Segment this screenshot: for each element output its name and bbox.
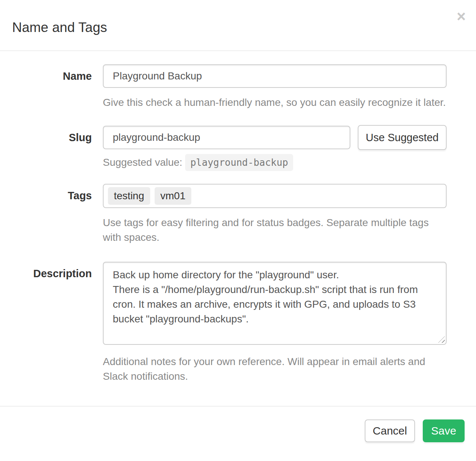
slug-label: Slug	[0, 126, 92, 168]
name-help-text: Give this check a human-friendly name, s…	[103, 95, 447, 110]
description-help-text: Additional notes for your own reference.…	[103, 354, 447, 384]
tags-form-row: Tags testing vm01 Use tags for easy filt…	[0, 184, 476, 245]
description-label: Description	[0, 262, 92, 384]
dialog-body: Name Give this check a human-friendly na…	[0, 51, 476, 406]
tags-input[interactable]: testing vm01	[103, 184, 447, 208]
suggested-value-line: Suggested value: playground-backup	[103, 157, 447, 168]
close-icon[interactable]: ×	[457, 9, 466, 24]
slug-input-group: Use Suggested	[103, 126, 447, 150]
suggested-value-label: Suggested value:	[103, 157, 182, 168]
description-field[interactable]: Back up home directory for the "playgrou…	[103, 262, 447, 345]
slug-form-row: Slug Use Suggested Suggested value: play…	[0, 126, 476, 168]
cancel-button[interactable]: Cancel	[365, 419, 415, 442]
name-controls: Give this check a human-friendly name, s…	[103, 64, 447, 110]
tag-chip-testing[interactable]: testing	[108, 187, 150, 205]
tags-controls: testing vm01 Use tags for easy filtering…	[103, 184, 447, 245]
save-button[interactable]: Save	[423, 419, 465, 442]
tag-chip-vm01[interactable]: vm01	[155, 187, 191, 205]
description-form-row: Description Back up home directory for t…	[0, 262, 476, 384]
dialog-title: Name and Tags	[12, 21, 107, 34]
dialog-footer: Cancel Save	[0, 406, 476, 454]
name-label: Name	[0, 64, 92, 110]
tags-label: Tags	[0, 184, 92, 245]
suggested-value-code: playground-backup	[185, 154, 293, 171]
slug-field[interactable]	[103, 126, 350, 149]
description-textarea-wrap: Back up home directory for the "playgrou…	[103, 262, 447, 346]
tags-help-text: Use tags for easy filtering and for stat…	[103, 215, 447, 245]
name-form-row: Name Give this check a human-friendly na…	[0, 64, 476, 110]
description-controls: Back up home directory for the "playgrou…	[103, 262, 447, 384]
slug-controls: Use Suggested Suggested value: playgroun…	[103, 126, 447, 168]
name-field[interactable]	[103, 64, 447, 88]
dialog-header: Name and Tags ×	[0, 0, 476, 51]
use-suggested-button[interactable]: Use Suggested	[358, 125, 447, 150]
name-and-tags-dialog: Name and Tags × Name Give this check a h…	[0, 0, 476, 461]
